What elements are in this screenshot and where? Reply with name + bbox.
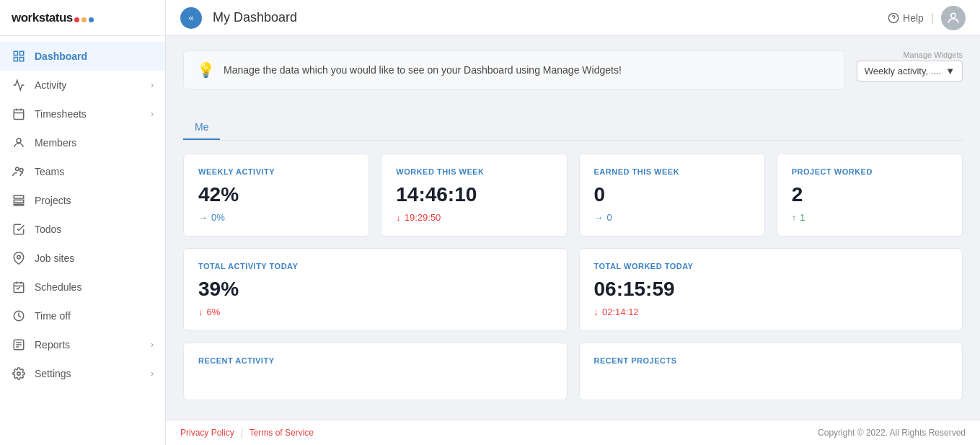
sidebar-label-teams: Teams [35, 166, 154, 177]
sidebar-label-settings: Settings [35, 368, 142, 379]
top-bar-left: « My Dashboard [180, 7, 297, 29]
divider: | [931, 12, 934, 25]
sidebar-label-timeoff: Time off [35, 310, 154, 322]
sidebar-item-settings[interactable]: Settings › [0, 359, 165, 388]
widget-value-total-activity: 39% [198, 278, 552, 301]
main-area: « My Dashboard Help | 💡 Manage the [166, 0, 980, 445]
sidebar-label-members: Members [35, 137, 154, 149]
dot-yellow [81, 17, 87, 22]
timeoff-icon [12, 309, 26, 323]
settings-arrow-icon: › [151, 369, 154, 379]
widget-value-project-worked: 2 [792, 183, 948, 206]
sidebar-item-reports[interactable]: Reports › [0, 330, 165, 359]
top-bar-right: Help | [888, 6, 966, 30]
widget-change-total-worked: ↓ 02:14:12 [594, 307, 948, 317]
recent-row: RECENT ACTIVITY RECENT PROJECTS [183, 343, 963, 400]
change-value-earned-this-week: 0 [607, 212, 612, 223]
widget-change-total-activity: ↓ 6% [198, 307, 552, 317]
banner-text: Manage the data which you would like to … [224, 64, 831, 76]
logo: workstatus [0, 0, 165, 36]
widget-value-worked-this-week: 14:46:10 [396, 183, 552, 206]
help-label: Help [903, 12, 924, 24]
widget-change-worked-this-week: ↓ 19:29:50 [396, 212, 552, 223]
reports-icon [12, 338, 26, 352]
svg-point-11 [17, 255, 21, 259]
svg-point-21 [17, 372, 21, 376]
widget-selector-value: Weekly activity, .... [865, 66, 941, 76]
grid-icon [12, 49, 26, 63]
change-value-total-activity: 6% [207, 307, 221, 317]
sidebar-label-todos: Todos [35, 224, 154, 235]
widget-worked-this-week: WORKED THIS WEEK 14:46:10 ↓ 19:29:50 [381, 154, 567, 237]
privacy-policy-link[interactable]: Privacy Policy [180, 428, 242, 438]
widget-change-project-worked: ↑ 1 [792, 212, 948, 223]
svg-point-10 [20, 169, 24, 172]
widget-weekly-activity: WEEKLY ACTIVITY 42% → 0% [183, 154, 369, 237]
sidebar-label-projects: Projects [35, 195, 154, 206]
sidebar-item-schedules[interactable]: Schedules [0, 273, 165, 301]
help-button[interactable]: Help [888, 12, 924, 24]
widget-project-worked: PROJECT WORKED 2 ↑ 1 [777, 154, 963, 237]
tabs: Me [183, 115, 963, 141]
logo-dots [74, 17, 94, 22]
sidebar-label-activity: Activity [35, 79, 142, 91]
sidebar-item-dashboard[interactable]: Dashboard [0, 42, 165, 71]
teams-icon [12, 164, 26, 179]
widget-selector-dropdown[interactable]: Weekly activity, .... ▼ [857, 61, 963, 81]
sidebar-item-jobsites[interactable]: Job sites [0, 244, 165, 273]
todos-icon [12, 222, 26, 237]
logo-text: workstatus [12, 11, 73, 25]
widget-value-weekly-activity: 42% [198, 183, 354, 206]
sidebar-item-members[interactable]: Members [0, 128, 165, 157]
arrow-down-icon-3: ↓ [594, 307, 599, 317]
tab-me[interactable]: Me [183, 115, 220, 140]
content: 💡 Manage the data which you would like t… [166, 36, 980, 420]
svg-rect-3 [20, 58, 24, 61]
svg-point-9 [16, 167, 19, 171]
change-value-project-worked: 1 [800, 212, 805, 223]
arrow-down-icon: ↓ [396, 212, 401, 223]
user-icon [946, 11, 961, 25]
sidebar-item-todos[interactable]: Todos [0, 215, 165, 244]
sidebar-label-dashboard: Dashboard [35, 50, 154, 62]
copyright-text: Copyright © 2022. All Rights Reserved [818, 428, 966, 438]
widget-selector-wrap: Manage Widgets Weekly activity, .... ▼ [857, 50, 963, 81]
terms-of-service-link[interactable]: Terms of Service [242, 428, 321, 438]
widget-title-recent-projects: RECENT PROJECTS [594, 356, 948, 365]
change-value-total-worked: 02:14:12 [602, 307, 639, 317]
top-bar: « My Dashboard Help | [166, 0, 980, 36]
info-banner: 💡 Manage the data which you would like t… [183, 50, 845, 89]
widget-value-total-worked: 06:15:59 [594, 278, 948, 301]
sidebar-label-timesheets: Timesheets [35, 108, 142, 120]
arrow-right-icon-2: → [594, 212, 604, 223]
widget-title-total-worked: TOTAL WORKED TODAY [594, 262, 948, 270]
sidebar-label-schedules: Schedules [35, 281, 154, 293]
arrow-up-icon: ↑ [792, 212, 797, 223]
widget-total-worked-today: TOTAL WORKED TODAY 06:15:59 ↓ 02:14:12 [579, 248, 963, 331]
widget-title-worked-this-week: WORKED THIS WEEK [396, 167, 552, 176]
widget-total-activity-today: TOTAL ACTIVITY TODAY 39% ↓ 6% [183, 248, 568, 331]
change-value-weekly-activity: 0% [211, 212, 225, 223]
widget-title-recent-activity: RECENT ACTIVITY [198, 356, 552, 365]
widget-change-weekly-activity: → 0% [198, 212, 354, 223]
page-title: My Dashboard [213, 10, 297, 25]
sidebar-item-timesheets[interactable]: Timesheets › [0, 100, 165, 128]
collapse-button[interactable]: « [180, 7, 202, 29]
change-value-worked-this-week: 19:29:50 [405, 212, 441, 223]
widget-recent-activity: RECENT ACTIVITY [183, 343, 568, 400]
dot-red [74, 17, 79, 22]
members-icon [12, 136, 26, 150]
svg-point-8 [17, 138, 21, 143]
projects-icon [12, 193, 26, 208]
avatar[interactable] [941, 6, 966, 30]
widget-title-weekly-activity: WEEKLY ACTIVITY [198, 167, 354, 176]
sidebar-item-projects[interactable]: Projects [0, 186, 165, 215]
sidebar-label-reports: Reports [35, 339, 142, 351]
sidebar-nav: Dashboard Activity › Timesheets › [0, 36, 165, 445]
sidebar-item-teams[interactable]: Teams [0, 157, 165, 186]
sidebar-item-timeoff[interactable]: Time off [0, 301, 165, 330]
bulb-icon: 💡 [197, 61, 215, 79]
svg-rect-2 [14, 58, 17, 61]
sidebar-item-activity[interactable]: Activity › [0, 71, 165, 100]
widgets-row-2: TOTAL ACTIVITY TODAY 39% ↓ 6% TOTAL WORK… [183, 248, 963, 331]
